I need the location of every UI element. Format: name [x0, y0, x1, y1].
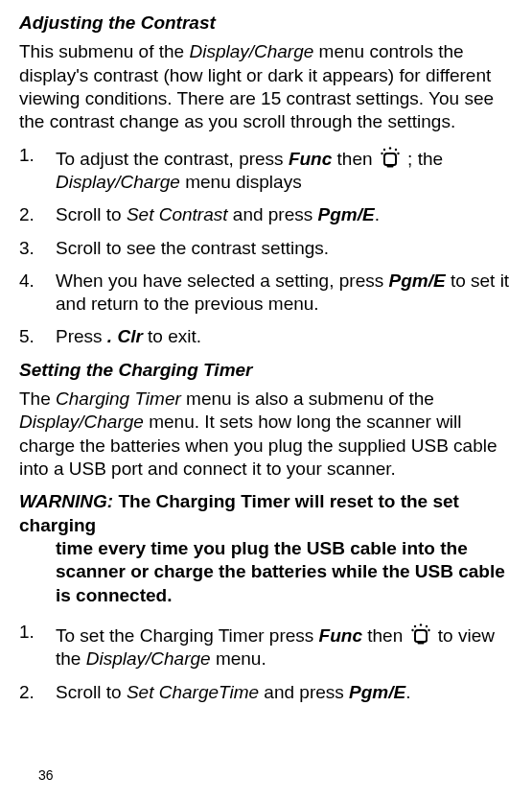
intro-paragraph-2: The Charging Timer menu is also a submen… [19, 388, 515, 481]
text: Scroll to [56, 204, 127, 224]
text: . [405, 682, 410, 702]
intro-paragraph-1: This submenu of the Display/Charge menu … [19, 40, 515, 133]
heading-charging-timer: Setting the Charging Timer [19, 359, 515, 382]
step-number: 1. [19, 144, 56, 167]
step-3: 3. Scroll to see the contrast settings. [19, 237, 515, 260]
backlight-icon [380, 144, 401, 169]
step-number: 5. [19, 325, 56, 348]
menu-option: Set ChargeTime [127, 682, 259, 702]
key-label: Pgm/E [349, 682, 405, 702]
svg-point-2 [395, 148, 397, 150]
step-4: 4. When you have selected a setting, pre… [19, 270, 515, 317]
svg-rect-11 [417, 642, 424, 645]
warning-label: WARNING: [19, 491, 118, 511]
svg-point-4 [397, 152, 399, 153]
text: menu. [211, 648, 266, 669]
text: This submenu of the [19, 41, 189, 61]
menu-name: Display/Charge [19, 412, 144, 432]
step-5: 5. Press . Clr to exit. [19, 325, 515, 348]
backlight-icon [410, 621, 431, 646]
text: The [19, 388, 56, 409]
text: Scroll to see the contrast settings. [56, 237, 515, 260]
text: and press [228, 204, 318, 224]
text: Press [56, 326, 107, 346]
key-label: Pgm/E [318, 204, 375, 224]
text: then [362, 625, 408, 646]
menu-name: Display/Charge [189, 41, 313, 61]
text: to exit. [143, 326, 201, 346]
text: ; the [403, 149, 443, 169]
step-number: 2. [19, 203, 56, 226]
svg-point-1 [383, 148, 385, 150]
page-number: 36 [38, 767, 54, 785]
menu-name: Display/Charge [56, 172, 180, 192]
svg-point-9 [411, 629, 413, 631]
key-label: Func [289, 149, 332, 169]
key-label: Func [319, 625, 362, 646]
svg-point-10 [428, 629, 429, 631]
steps-list-2: 1. To set the Charging Timer press Func … [19, 621, 515, 704]
step-2: 2. Scroll to Set Contrast and press Pgm/… [19, 203, 515, 226]
menu-option: Set Contrast [127, 204, 228, 224]
heading-adjusting-contrast: Adjusting the Contrast [19, 12, 515, 35]
text: menu displays [180, 172, 302, 192]
text: and press [259, 682, 349, 702]
warning-text-rest: time every time you plug the USB cable i… [19, 537, 515, 607]
svg-point-3 [381, 152, 382, 153]
text: then [332, 149, 378, 169]
menu-name: Charging Timer [56, 388, 181, 409]
step-2: 2. Scroll to Set ChargeTime and press Pg… [19, 681, 515, 704]
key-label: . Clr [107, 326, 143, 346]
step-number: 4. [19, 270, 56, 293]
menu-name: Display/Charge [86, 648, 211, 669]
svg-point-0 [389, 147, 391, 149]
key-label: Pgm/E [388, 271, 445, 291]
warning-block: WARNING: The Charging Timer will reset t… [19, 490, 515, 607]
step-1: 1. To set the Charging Timer press Func … [19, 621, 515, 671]
svg-point-7 [413, 625, 415, 627]
step-number: 1. [19, 621, 56, 644]
step-number: 2. [19, 681, 56, 704]
text: . [375, 204, 380, 224]
text: Scroll to [56, 682, 127, 702]
steps-list-1: 1. To adjust the contrast, press Func th… [19, 144, 515, 349]
text: To adjust the contrast, press [56, 149, 289, 169]
svg-point-8 [425, 625, 427, 627]
text: When you have selected a setting, press [56, 271, 388, 291]
step-1: 1. To adjust the contrast, press Func th… [19, 144, 515, 195]
text: menu is also a submenu of the [181, 388, 434, 409]
text: To set the Charging Timer press [56, 625, 319, 646]
svg-rect-5 [386, 165, 393, 168]
step-number: 3. [19, 237, 56, 260]
svg-point-6 [419, 624, 421, 625]
